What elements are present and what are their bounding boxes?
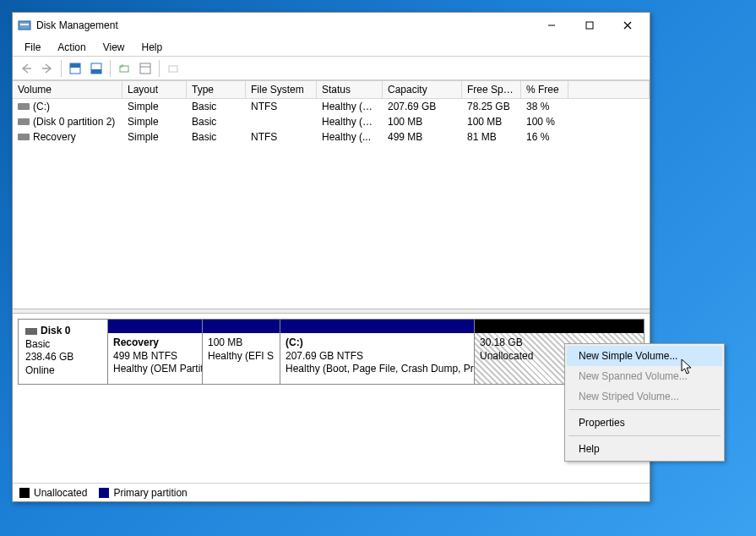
svg-rect-3: [586, 22, 593, 29]
vol-type: Basic: [187, 130, 246, 144]
legend: Unallocated Primary partition: [13, 483, 650, 501]
cm-separator: [568, 435, 721, 436]
partition-c[interactable]: (C:) 207.69 GB NTFS Healthy (Boot, Page …: [280, 320, 475, 384]
vol-fs: NTFS: [246, 100, 317, 113]
window-controls: [532, 14, 646, 37]
col-capacity[interactable]: Capacity: [383, 81, 462, 98]
vol-status: Healthy (...: [317, 130, 383, 144]
partitions: Recovery 499 MB NTFS Healthy (OEM Partit…: [108, 320, 644, 384]
vol-type: Basic: [187, 100, 246, 113]
menubar: File Action View Help: [13, 38, 650, 57]
vol-layout: Simple: [122, 100, 187, 113]
col-spacer: [568, 81, 650, 98]
col-volume[interactable]: Volume: [13, 81, 122, 98]
disk-size: 238.46 GB: [25, 351, 101, 364]
vol-status: Healthy (E...: [317, 115, 383, 129]
part-title: Recovery: [113, 336, 159, 348]
svg-rect-1: [20, 24, 29, 25]
cm-properties[interactable]: Properties: [567, 413, 722, 433]
app-icon: [18, 19, 31, 32]
vol-free: 78.25 GB: [462, 100, 521, 113]
menu-view[interactable]: View: [95, 40, 133, 55]
vol-layout: Simple: [122, 130, 187, 144]
part-size: 207.69 GB NTFS: [286, 350, 469, 364]
col-status[interactable]: Status: [317, 81, 383, 98]
volume-list-header: Volume Layout Type File System Status Ca…: [13, 80, 650, 99]
tb-view-top[interactable]: [65, 59, 85, 78]
vol-status: Healthy (B...: [317, 100, 383, 113]
volume-row[interactable]: Recovery Simple Basic NTFS Healthy (... …: [13, 129, 650, 145]
context-menu: New Simple Volume... New Spanned Volume.…: [564, 343, 725, 462]
vol-free: 100 MB: [462, 115, 521, 129]
part-status: Healthy (Boot, Page File, Crash Dump, Pr…: [286, 363, 469, 376]
legend-unallocated: Unallocated: [19, 487, 87, 499]
menu-file[interactable]: File: [16, 40, 49, 55]
vol-layout: Simple: [122, 115, 187, 129]
disk-name: Disk 0: [41, 325, 70, 336]
vol-capacity: 207.69 GB: [383, 100, 462, 113]
menu-action[interactable]: Action: [49, 40, 94, 55]
volume-icon: [18, 103, 30, 110]
partition-bar: [280, 320, 474, 333]
col-type[interactable]: Type: [187, 81, 246, 98]
part-title: (C:): [286, 336, 303, 348]
part-size: 100 MB: [208, 336, 275, 350]
col-layout[interactable]: Layout: [122, 81, 187, 98]
partition-bar: [108, 320, 202, 333]
minimize-button[interactable]: [532, 14, 570, 37]
close-button[interactable]: [608, 14, 646, 37]
swatch-blue: [99, 488, 109, 498]
svg-rect-11: [91, 69, 101, 74]
vol-name: (Disk 0 partition 2): [33, 116, 115, 128]
part-status: Healthy (OEM Partit: [113, 363, 197, 376]
titlebar: Disk Management: [13, 13, 650, 38]
cm-new-spanned-volume: New Spanned Volume...: [567, 366, 722, 386]
col-freespace[interactable]: Free Spa...: [462, 81, 521, 98]
disk-icon: [25, 328, 37, 335]
refresh-button[interactable]: [114, 59, 134, 78]
cm-new-simple-volume[interactable]: New Simple Volume...: [567, 346, 722, 366]
vol-capacity: 100 MB: [383, 115, 462, 129]
vol-pct: 16 %: [521, 130, 568, 144]
partition-efi[interactable]: 100 MB Healthy (EFI S: [203, 320, 280, 384]
svg-rect-15: [169, 66, 177, 72]
partition-bar: [475, 320, 644, 333]
swatch-black: [19, 488, 30, 498]
volume-row[interactable]: (C:) Simple Basic NTFS Healthy (B... 207…: [13, 99, 650, 114]
vol-fs: [246, 121, 317, 123]
vol-capacity: 499 MB: [383, 130, 462, 144]
disk-graphical-pane: Disk 0 Basic 238.46 GB Online Recovery 4…: [13, 314, 650, 483]
svg-rect-13: [140, 63, 150, 74]
volume-list[interactable]: (C:) Simple Basic NTFS Healthy (B... 207…: [13, 99, 650, 309]
menu-help[interactable]: Help: [133, 40, 171, 55]
disk-state: Online: [25, 364, 101, 378]
svg-rect-9: [70, 63, 80, 68]
disk-management-window: Disk Management File Action View Help: [12, 12, 650, 502]
forward-button[interactable]: [37, 59, 57, 78]
legend-primary: Primary partition: [99, 487, 187, 499]
vol-type: Basic: [187, 115, 246, 129]
volume-icon: [18, 134, 30, 140]
tb-extra-button[interactable]: [163, 59, 183, 78]
col-filesystem[interactable]: File System: [246, 81, 317, 98]
cm-new-striped-volume: New Striped Volume...: [567, 386, 722, 407]
vol-name: Recovery: [33, 131, 76, 143]
tb-settings-button[interactable]: [135, 59, 155, 78]
disk-kind: Basic: [25, 338, 101, 352]
vol-free: 81 MB: [462, 130, 521, 144]
col-pctfree[interactable]: % Free: [521, 81, 568, 98]
vol-pct: 100 %: [521, 115, 568, 129]
vol-pct: 38 %: [521, 100, 568, 113]
tb-view-bottom[interactable]: [86, 59, 106, 78]
cm-help[interactable]: Help: [567, 439, 722, 459]
disk-label[interactable]: Disk 0 Basic 238.46 GB Online: [19, 320, 108, 384]
back-button[interactable]: [16, 59, 36, 78]
volume-icon: [18, 118, 30, 125]
maximize-button[interactable]: [570, 14, 608, 37]
volume-row[interactable]: (Disk 0 partition 2) Simple Basic Health…: [13, 114, 650, 129]
cm-separator: [568, 409, 721, 410]
partition-recovery[interactable]: Recovery 499 MB NTFS Healthy (OEM Partit: [108, 320, 203, 384]
disk-row: Disk 0 Basic 238.46 GB Online Recovery 4…: [18, 319, 645, 385]
vol-fs: NTFS: [246, 130, 317, 144]
part-status: Healthy (EFI S: [208, 350, 275, 364]
